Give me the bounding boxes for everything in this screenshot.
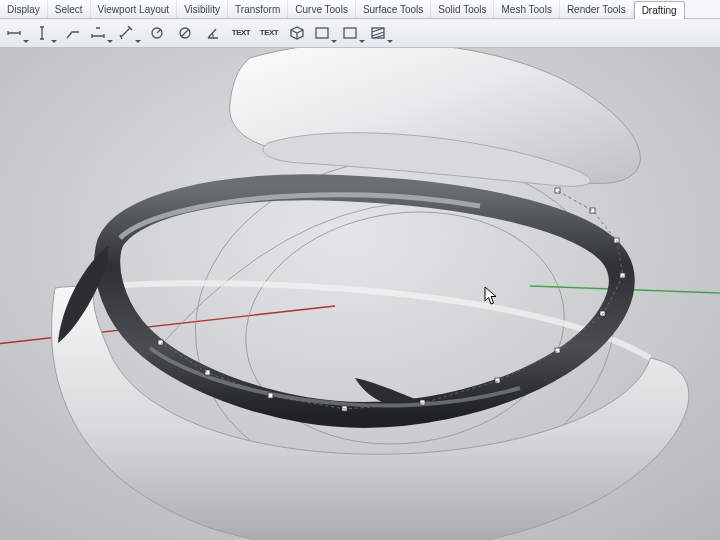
dropdown-caret-icon <box>51 40 57 43</box>
text-edit-tool-button[interactable]: TEXT <box>256 20 282 46</box>
tab-label: Viewport Layout <box>98 4 170 15</box>
dropdown-caret-icon <box>359 40 365 43</box>
tab-label: Curve Tools <box>295 4 348 15</box>
tab-select[interactable]: Select <box>48 0 91 18</box>
dropdown-caret-icon <box>331 40 337 43</box>
hatch-fill-button[interactable] <box>340 20 366 46</box>
svg-rect-19 <box>158 340 163 345</box>
tab-label: Render Tools <box>567 4 626 15</box>
dim-linear-button[interactable] <box>88 20 114 46</box>
tab-render-tools[interactable]: Render Tools <box>560 0 634 18</box>
dim-angle-button[interactable] <box>200 20 226 46</box>
hatch-lines-button[interactable] <box>368 20 394 46</box>
svg-rect-18 <box>205 370 210 375</box>
svg-rect-2 <box>316 28 328 38</box>
viewport-3d[interactable] <box>0 48 720 540</box>
tab-label: Transform <box>235 4 280 15</box>
tab-label: Surface Tools <box>363 4 423 15</box>
viewport-canvas <box>0 48 720 540</box>
tab-label: Display <box>7 4 40 15</box>
app-window: Display Select Viewport Layout Visibilit… <box>0 0 720 540</box>
text-tool-button[interactable]: TEXT <box>228 20 254 46</box>
drafting-toolbar: TEXT TEXT <box>0 18 720 48</box>
tab-visibility[interactable]: Visibility <box>177 0 228 18</box>
dim-aligned-button[interactable] <box>116 20 142 46</box>
text-label: TEXT <box>232 28 250 37</box>
dropdown-caret-icon <box>135 40 141 43</box>
dim-leader-button[interactable] <box>60 20 86 46</box>
dim-vertical-button[interactable] <box>32 20 58 46</box>
dropdown-caret-icon <box>387 40 393 43</box>
tab-display[interactable]: Display <box>0 0 48 18</box>
tab-mesh-tools[interactable]: Mesh Tools <box>494 0 559 18</box>
tab-label: Visibility <box>184 4 220 15</box>
tab-solid-tools[interactable]: Solid Tools <box>431 0 494 18</box>
dropdown-caret-icon <box>23 40 29 43</box>
svg-rect-15 <box>420 400 425 405</box>
hatch-rect-button[interactable] <box>312 20 338 46</box>
tab-label: Solid Tools <box>438 4 486 15</box>
dim-radius-button[interactable] <box>144 20 170 46</box>
tab-label: Mesh Tools <box>501 4 551 15</box>
make2d-button[interactable] <box>284 20 310 46</box>
tab-transform[interactable]: Transform <box>228 0 288 18</box>
dropdown-caret-icon <box>107 40 113 43</box>
dim-diameter-button[interactable] <box>172 20 198 46</box>
tab-surface-tools[interactable]: Surface Tools <box>356 0 431 18</box>
tab-label: Drafting <box>642 5 677 16</box>
tab-label: Select <box>55 4 83 15</box>
svg-rect-3 <box>344 28 356 38</box>
svg-rect-14 <box>495 378 500 383</box>
tab-drafting[interactable]: Drafting <box>634 1 685 19</box>
dim-horizontal-button[interactable] <box>4 20 30 46</box>
menu-tab-bar: Display Select Viewport Layout Visibilit… <box>0 0 720 19</box>
tab-viewport-layout[interactable]: Viewport Layout <box>91 0 178 18</box>
svg-rect-12 <box>600 311 605 316</box>
text-label: TEXT <box>260 28 278 37</box>
tab-curve-tools[interactable]: Curve Tools <box>288 0 356 18</box>
svg-rect-8 <box>555 188 560 193</box>
